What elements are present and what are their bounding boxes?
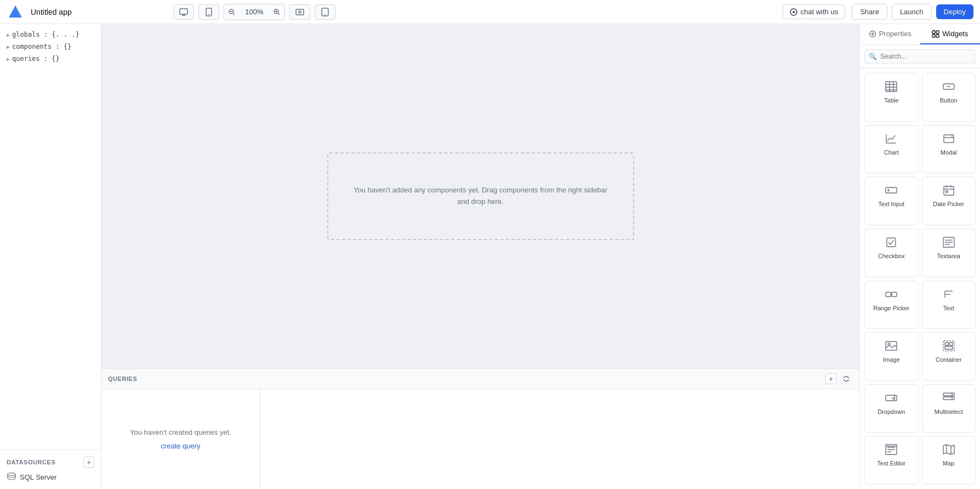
zoom-out-btn[interactable] — [224, 4, 240, 20]
mobile-view-btn[interactable] — [198, 4, 219, 20]
drop-zone-text: You haven't added any components yet. Dr… — [354, 185, 607, 208]
queries-body: You haven't created queries yet. create … — [101, 389, 859, 489]
tree-arrow-queries: ▶ — [7, 56, 10, 62]
widget-image[interactable]: Image — [864, 332, 919, 381]
datasources-title: DATASOURCES — [7, 459, 55, 465]
tab-widgets-label: Widgets — [942, 30, 968, 38]
svg-rect-62 — [945, 343, 948, 345]
dropdown-icon — [884, 390, 899, 406]
container-icon — [941, 338, 956, 354]
expand-queries-btn[interactable] — [840, 372, 853, 385]
widget-checkbox-label: Checkbox — [878, 253, 905, 259]
widget-button-label: Button — [940, 97, 958, 104]
tree-label-components: components : {} — [12, 43, 71, 50]
topbar-right: Share Launch Deploy — [852, 4, 973, 20]
zoom-level: 100% — [240, 4, 269, 20]
main-layout: ▶ globals : {. . .} ▶ components : {} ▶ … — [0, 24, 980, 489]
widget-map[interactable]: Map — [922, 436, 976, 485]
chart-icon — [884, 131, 899, 146]
widget-dropdown-label: Dropdown — [878, 408, 905, 415]
svg-rect-63 — [949, 343, 953, 345]
modal-icon — [941, 131, 956, 146]
preview-btn[interactable] — [289, 4, 310, 20]
deploy-btn[interactable]: Deploy — [936, 4, 973, 19]
widget-checkbox[interactable]: Checkbox — [864, 229, 919, 277]
widget-table[interactable]: Table — [864, 73, 919, 122]
widget-map-label: Map — [943, 460, 954, 467]
create-query-btn[interactable]: create query — [161, 442, 200, 450]
widget-multiselect-label: Multiselect — [935, 408, 963, 415]
app-logo — [7, 3, 24, 21]
svg-point-14 — [299, 11, 301, 13]
widget-text[interactable]: Text — [922, 281, 976, 329]
tree-item-queries[interactable]: ▶ queries : {} — [0, 53, 101, 65]
svg-rect-13 — [296, 9, 304, 15]
topbar: Untitled app 100% — [0, 0, 980, 24]
svg-rect-53 — [886, 292, 891, 297]
widget-textarea-label: Textarea — [937, 253, 960, 259]
svg-rect-67 — [943, 393, 954, 396]
queries-title: QUERIES — [108, 376, 137, 382]
share-btn[interactable]: Share — [852, 4, 887, 20]
tablet-view-btn[interactable] — [315, 4, 335, 20]
svg-rect-47 — [946, 191, 948, 192]
svg-line-7 — [233, 13, 235, 15]
app-title: Untitled app — [31, 8, 72, 16]
svg-rect-1 — [180, 9, 187, 14]
widget-table-label: Table — [884, 97, 898, 104]
tree-label-queries: queries : {} — [12, 55, 60, 62]
widget-chart[interactable]: Chart — [864, 125, 919, 174]
add-query-btn[interactable]: + — [825, 373, 836, 384]
db-icon — [7, 473, 16, 482]
add-datasource-btn[interactable]: + — [83, 457, 94, 468]
svg-rect-65 — [886, 395, 897, 401]
datasource-item-sqlserver[interactable]: SQL Server — [0, 470, 101, 485]
widget-search-input[interactable] — [864, 49, 976, 64]
widget-chart-label: Chart — [884, 149, 899, 156]
widget-button[interactable]: Button — [922, 73, 976, 122]
chat-btn[interactable]: chat with us — [783, 4, 846, 19]
range-picker-icon — [884, 287, 899, 302]
search-box: 🔍 — [860, 45, 980, 69]
launch-btn[interactable]: Launch — [892, 4, 932, 20]
widget-text-editor[interactable]: Text Editor — [864, 436, 919, 485]
svg-rect-68 — [943, 397, 954, 400]
checkbox-icon — [884, 235, 899, 250]
zoom-in-btn[interactable] — [269, 4, 284, 20]
tree-item-globals[interactable]: ▶ globals : {. . .} — [0, 29, 101, 41]
text-editor-icon — [884, 442, 899, 457]
svg-rect-24 — [936, 31, 939, 33]
widget-text-editor-label: Text Editor — [877, 460, 905, 467]
widget-multiselect[interactable]: Multiselect — [922, 384, 976, 433]
datasources-section: DATASOURCES + SQL Server — [0, 450, 101, 489]
widget-dropdown[interactable]: Dropdown — [864, 384, 919, 433]
tab-properties[interactable]: Properties — [860, 24, 920, 44]
widget-date-picker[interactable]: Date Picker — [922, 177, 976, 225]
widgets-grid: Table Button — [860, 69, 980, 489]
tree-arrow-components: ▶ — [7, 44, 10, 50]
widget-image-label: Image — [883, 356, 900, 363]
map-icon — [941, 442, 956, 457]
table-icon — [884, 79, 899, 94]
widget-text-input[interactable]: Text Input — [864, 177, 919, 225]
widget-textarea[interactable]: Textarea — [922, 229, 976, 277]
search-icon: 🔍 — [869, 53, 877, 60]
tree-label-globals: globals : {. . .} — [12, 31, 79, 38]
widget-modal[interactable]: Modal — [922, 125, 976, 174]
left-sidebar: ▶ globals : {. . .} ▶ components : {} ▶ … — [0, 24, 101, 489]
topbar-center: 100% — [83, 4, 426, 20]
drop-zone[interactable]: You haven't added any components yet. Dr… — [327, 152, 634, 240]
widget-text-input-label: Text Input — [878, 201, 904, 207]
svg-point-19 — [8, 473, 15, 476]
desktop-view-btn[interactable] — [173, 4, 194, 20]
date-picker-icon — [941, 183, 956, 198]
queries-header: QUERIES + — [101, 369, 859, 389]
svg-point-18 — [793, 11, 795, 13]
widget-range-picker[interactable]: Range Picker — [864, 281, 919, 329]
tree-item-components[interactable]: ▶ components : {} — [0, 41, 101, 53]
queries-list: You haven't created queries yet. create … — [101, 389, 260, 489]
widget-container[interactable]: Container — [922, 332, 976, 381]
widget-date-picker-label: Date Picker — [933, 201, 964, 207]
tab-widgets[interactable]: Widgets — [920, 24, 981, 44]
svg-rect-23 — [932, 31, 935, 33]
